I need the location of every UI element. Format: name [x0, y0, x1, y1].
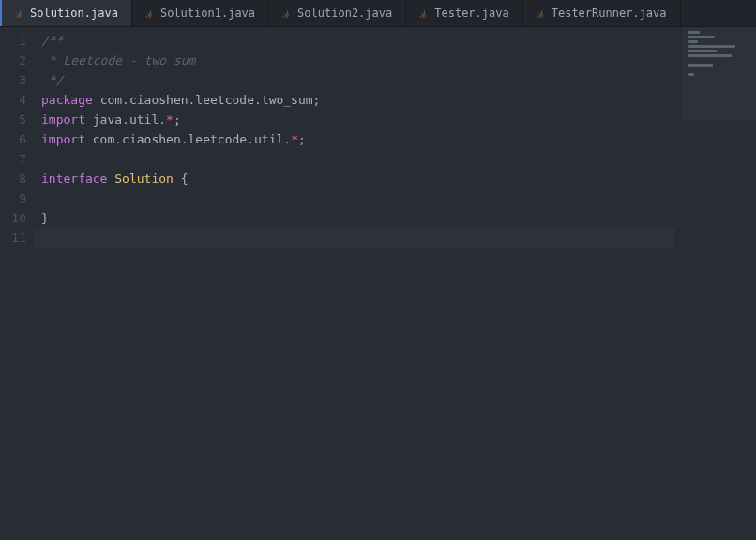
code-line[interactable]: interface Solution {: [41, 169, 756, 188]
minimap-line: [688, 40, 698, 43]
code-token: com.ciaoshen.leetcode.util.: [93, 132, 291, 146]
code-token: interface: [41, 172, 107, 186]
code-line[interactable]: package com.ciaoshen.leetcode.two_sum;: [41, 90, 756, 110]
java-icon: [145, 8, 155, 19]
line-number: 8: [0, 169, 26, 188]
tab-label: Solution1.java: [160, 7, 255, 20]
java-icon: [537, 8, 546, 19]
code-token: *: [291, 132, 298, 146]
tab-label: TesterRunner.java: [552, 7, 667, 20]
code-token: ;: [298, 132, 306, 146]
tab-label: Tester.java: [434, 7, 508, 20]
code-line[interactable]: [41, 228, 756, 248]
tab-solution-java[interactable]: Solution.java: [0, 0, 132, 26]
line-number-gutter: 1234567891011: [0, 27, 34, 540]
code-token: ;: [313, 93, 321, 107]
line-number: 1: [0, 31, 26, 51]
java-icon: [419, 8, 429, 19]
minimap-line: [688, 64, 713, 67]
tab-solution2-java[interactable]: Solution2.java: [269, 0, 406, 26]
line-number: 4: [0, 90, 26, 110]
current-line-highlight: [0, 228, 675, 248]
tab-label: Solution.java: [30, 7, 118, 20]
code-line[interactable]: import com.ciaoshen.leetcode.util.*;: [41, 129, 756, 149]
code-editor[interactable]: /** * Leetcode - two_sum */package com.c…: [34, 27, 756, 540]
code-token: */: [41, 73, 63, 87]
code-token: com.ciaoshen.leetcode.two_sum: [100, 93, 313, 107]
line-number: 9: [0, 188, 26, 208]
line-number: 11: [0, 228, 26, 248]
code-token: [85, 132, 93, 146]
line-number: 2: [0, 51, 26, 70]
code-token: * Leetcode - two_sum: [41, 53, 195, 68]
java-icon: [282, 8, 292, 19]
line-number: 10: [0, 208, 26, 228]
line-number: 6: [0, 129, 26, 149]
code-token: *: [166, 112, 174, 127]
code-line[interactable]: [41, 149, 756, 169]
tab-solution1-java[interactable]: Solution1.java: [132, 0, 269, 26]
line-number: 7: [0, 149, 26, 169]
minimap[interactable]: [683, 27, 756, 121]
minimap-line: [688, 50, 717, 52]
line-number: 5: [0, 110, 26, 129]
code-token: java.util.: [93, 112, 166, 127]
tab-label: Solution2.java: [297, 7, 392, 20]
code-token: }: [41, 211, 49, 225]
code-line[interactable]: [41, 188, 756, 208]
minimap-line: [688, 36, 715, 38]
code-token: ;: [174, 112, 181, 127]
java-icon: [15, 8, 24, 19]
tab-tester-java[interactable]: Tester.java: [406, 0, 522, 26]
code-token: package: [41, 93, 93, 107]
line-number: 3: [0, 70, 26, 90]
code-token: [93, 93, 100, 107]
minimap-line: [688, 54, 732, 57]
minimap-line: [688, 31, 700, 34]
code-line[interactable]: }: [41, 208, 756, 228]
code-token: Solution: [114, 172, 174, 186]
code-line[interactable]: /**: [41, 31, 756, 51]
code-line[interactable]: * Leetcode - two_sum: [41, 51, 756, 70]
minimap-line: [688, 45, 735, 48]
tab-bar: Solution.javaSolution1.javaSolution2.jav…: [0, 0, 756, 27]
code-token: import: [41, 132, 85, 146]
code-token: /**: [41, 34, 63, 48]
code-token: [174, 172, 181, 186]
tab-testerrunner-java[interactable]: TesterRunner.java: [523, 0, 681, 26]
minimap-line: [688, 73, 694, 76]
editor-area: 1234567891011 /** * Leetcode - two_sum *…: [0, 27, 756, 540]
code-token: import: [41, 112, 85, 127]
code-token: {: [181, 172, 189, 186]
code-token: [85, 112, 93, 127]
code-line[interactable]: */: [41, 70, 756, 90]
code-line[interactable]: import java.util.*;: [41, 110, 756, 129]
